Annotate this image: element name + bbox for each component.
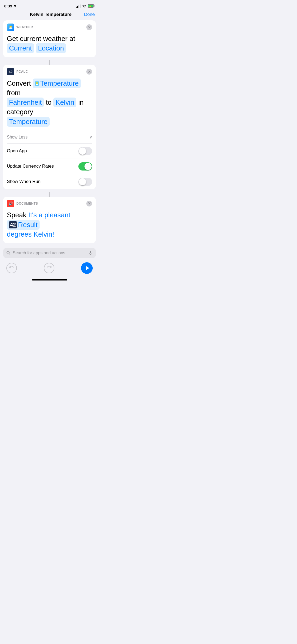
redo-button[interactable] [44, 263, 54, 273]
pcalc-label: PCALC [16, 70, 28, 73]
pleasant-token[interactable]: It's a pleasant [28, 211, 70, 219]
search-icon [6, 251, 11, 255]
connector-1 [49, 60, 50, 65]
search-bar[interactable]: Search for apps and actions [3, 248, 96, 258]
from-text: from [7, 89, 21, 97]
pcalc-header-left: 42 PCALC [7, 68, 28, 75]
play-icon [85, 266, 90, 270]
open-app-row: Open App [3, 144, 96, 159]
pcalc-card-body: Convert Temperature from Fahrenheit to K… [3, 77, 96, 131]
status-time: 8:39 [4, 4, 16, 8]
svg-rect-5 [94, 5, 95, 7]
result-token[interactable]: 42 Result [7, 220, 40, 230]
status-icons: ⚡ [76, 4, 95, 8]
show-when-run-row: Show When Run [3, 174, 96, 189]
svg-rect-1 [77, 6, 78, 8]
toggle-thumb-2 [84, 163, 92, 170]
pcalc-result-icon: 42 [9, 221, 17, 228]
documents-card-header: 🔊 DOCUMENTS ✕ [3, 197, 96, 209]
bottom-toolbar [0, 260, 99, 277]
play-button[interactable] [81, 262, 93, 274]
weather-token-icon [35, 81, 39, 86]
svg-rect-14 [36, 84, 38, 85]
nav-bar: Kelvin Temperature Done [0, 10, 99, 20]
done-button[interactable]: Done [84, 12, 95, 17]
show-when-run-label: Show When Run [7, 179, 41, 184]
undo-icon [9, 265, 15, 271]
chevron-down-icon: ∨ [89, 135, 92, 139]
weather-card: WEATHER ✕ Get current weather at Current… [3, 20, 96, 57]
pcalc-close-button[interactable]: ✕ [86, 69, 92, 75]
documents-label: DOCUMENTS [16, 202, 38, 205]
home-indicator [0, 277, 99, 282]
home-bar [32, 279, 67, 280]
wifi-icon [82, 4, 86, 8]
microphone-icon[interactable] [88, 251, 93, 255]
documents-card-body: Speak It's a pleasant 42 Result degrees … [3, 209, 96, 243]
location-token[interactable]: Location [36, 43, 66, 53]
weather-prefix: Get current weather at [7, 35, 75, 43]
svg-rect-3 [80, 4, 81, 8]
svg-rect-11 [10, 28, 12, 29]
degrees-token[interactable]: degrees Kelvin! [7, 230, 54, 238]
weather-card-body: Get current weather at Current Location [3, 33, 96, 57]
speak-label: Speak [7, 211, 26, 219]
documents-close-button[interactable]: ✕ [86, 201, 92, 206]
svg-point-13 [36, 82, 38, 84]
documents-icon: 🔊 [7, 200, 14, 207]
to-text: to [46, 98, 52, 106]
weather-label: WEATHER [16, 25, 33, 29]
convert-prefix: Convert [7, 79, 31, 87]
toggle-thumb [79, 148, 86, 155]
page-title: Kelvin Temperature [30, 12, 71, 17]
show-when-run-toggle[interactable] [78, 178, 92, 186]
search-placeholder: Search for apps and actions [13, 251, 86, 255]
weather-close-button[interactable]: ✕ [86, 24, 92, 30]
category-token[interactable]: Temperature [7, 117, 50, 127]
show-less-row[interactable]: Show Less ∨ [3, 131, 96, 143]
svg-rect-17 [90, 251, 91, 253]
signal-icon [76, 4, 81, 8]
svg-marker-19 [86, 266, 89, 270]
update-currency-row: Update Currency Rates [3, 159, 96, 174]
weather-card-header: WEATHER ✕ [3, 20, 96, 33]
battery-icon: ⚡ [88, 4, 95, 8]
svg-rect-0 [76, 7, 77, 8]
svg-text:⚡: ⚡ [89, 5, 91, 8]
pcalc-card: 42 PCALC ✕ Convert Temperature from Fahr… [3, 65, 96, 189]
documents-card: 🔊 DOCUMENTS ✕ Speak It's a pleasant 42 R… [3, 197, 96, 243]
weather-icon [7, 24, 14, 31]
open-app-label: Open App [7, 148, 27, 154]
weather-header-left: WEATHER [7, 24, 33, 31]
svg-line-16 [9, 254, 10, 255]
status-bar: 8:39 ⚡ [0, 0, 99, 10]
svg-rect-2 [78, 5, 79, 8]
connector-2 [49, 192, 50, 197]
open-app-toggle[interactable] [78, 147, 92, 155]
update-currency-toggle[interactable] [78, 162, 92, 171]
pcalc-icon: 42 [7, 68, 14, 75]
undo-button[interactable] [6, 263, 17, 273]
location-icon [13, 4, 16, 8]
pcalc-card-header: 42 PCALC ✕ [3, 65, 96, 77]
current-token[interactable]: Current [7, 43, 34, 53]
toggle-thumb-3 [79, 178, 86, 185]
search-bar-container: Search for apps and actions [0, 246, 99, 260]
redo-icon [46, 265, 52, 271]
fahrenheit-token[interactable]: Fahrenheit [7, 98, 44, 107]
kelvin-token[interactable]: Kelvin [53, 98, 76, 107]
update-currency-label: Update Currency Rates [7, 164, 54, 169]
show-less-label: Show Less [7, 135, 27, 140]
temperature-token[interactable]: Temperature [33, 79, 81, 88]
documents-header-left: 🔊 DOCUMENTS [7, 200, 38, 207]
